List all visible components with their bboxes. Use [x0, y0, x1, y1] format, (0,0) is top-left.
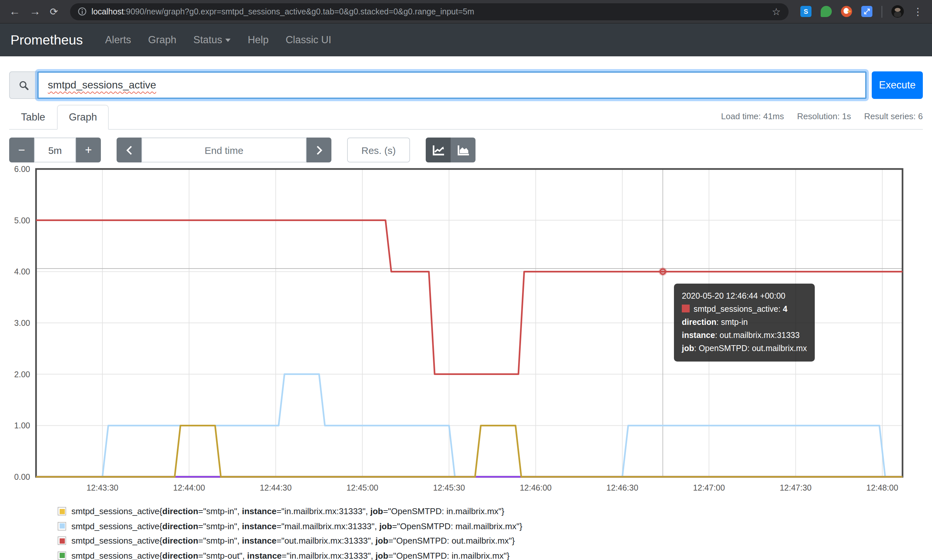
extension-duckduckgo-icon[interactable] [841, 6, 852, 17]
tooltip-timestamp: 2020-05-20 12:46:44 +00:00 [682, 289, 807, 303]
end-time-input[interactable]: End time [141, 137, 306, 162]
graph-panel: 0.001.002.003.004.005.006.0012:43:3012:4… [0, 165, 932, 496]
svg-text:12:45:00: 12:45:00 [346, 483, 378, 492]
caret-down-icon [225, 38, 231, 42]
back-icon[interactable]: ← [9, 6, 20, 17]
legend-series-label: smtpd_sessions_active{direction="smtp-in… [71, 521, 522, 531]
legend-series-label: smtpd_sessions_active{direction="smtp-ou… [71, 551, 509, 560]
profile-avatar[interactable] [891, 5, 904, 18]
time-forward-button[interactable] [306, 137, 331, 162]
search-icon [9, 71, 38, 99]
bookmark-star-icon[interactable]: ☆ [772, 6, 781, 17]
resolution-input[interactable]: Res. (s) [347, 137, 410, 162]
svg-text:12:44:00: 12:44:00 [173, 483, 205, 492]
svg-text:5.00: 5.00 [14, 216, 30, 225]
nav-item-classic-ui[interactable]: Classic UI [286, 34, 331, 46]
svg-text:1.00: 1.00 [14, 421, 30, 430]
line-chart-icon [432, 145, 444, 155]
legend-color-swatch [58, 507, 66, 515]
extension-s-icon[interactable]: S [800, 6, 812, 17]
browser-menu-icon[interactable]: ⋮ [913, 6, 923, 17]
svg-text:12:48:00: 12:48:00 [866, 483, 898, 492]
svg-text:3.00: 3.00 [14, 318, 30, 328]
svg-text:12:44:30: 12:44:30 [260, 483, 291, 492]
stacked-chart-toggle-button[interactable] [451, 137, 475, 162]
brand-prometheus[interactable]: Prometheus [11, 32, 83, 48]
address-bar[interactable]: localhost:9090/new/graph?g0.expr=smtpd_s… [70, 3, 789, 20]
legend-color-swatch [58, 551, 66, 560]
resolution: Resolution: 1s [797, 111, 851, 121]
legend-color-swatch [58, 537, 66, 545]
extension-green-icon[interactable] [821, 6, 832, 17]
load-time: Load time: 41ms [721, 111, 784, 121]
result-series: Result series: 6 [864, 111, 923, 121]
tab-bar: Table Graph Load time: 41ms Resolution: … [9, 105, 923, 130]
prometheus-navbar: Prometheus Alerts Graph Status Help Clas… [0, 23, 932, 56]
svg-text:12:47:30: 12:47:30 [780, 483, 812, 492]
execute-button[interactable]: Execute [872, 71, 923, 99]
hover-tooltip: 2020-05-20 12:46:44 +00:00 smtpd_session… [674, 284, 815, 362]
legend-row[interactable]: smtpd_sessions_active{direction="smtp-in… [58, 521, 932, 531]
forward-icon[interactable]: → [29, 6, 41, 17]
graph-controls: − 5m + End time Res. (s) [9, 137, 923, 162]
svg-text:12:47:00: 12:47:00 [693, 483, 725, 492]
legend-color-swatch [58, 522, 66, 530]
extension-resize-icon[interactable]: ⤢ [861, 6, 872, 17]
range-increase-button[interactable]: + [76, 137, 101, 162]
svg-text:12:46:00: 12:46:00 [520, 483, 552, 492]
query-stats: Load time: 41ms Resolution: 1s Result se… [721, 111, 923, 129]
legend-row[interactable]: smtpd_sessions_active{direction="smtp-in… [58, 506, 932, 516]
chart-legend: smtpd_sessions_active{direction="smtp-in… [0, 506, 932, 560]
chevron-left-icon [125, 145, 132, 155]
svg-text:12:43:30: 12:43:30 [86, 483, 118, 492]
page-info-icon[interactable] [78, 7, 86, 16]
svg-text:6.00: 6.00 [14, 165, 30, 174]
tooltip-series-value: smtpd_sessions_active: 4 [682, 303, 807, 316]
legend-series-label: smtpd_sessions_active{direction="smtp-in… [71, 536, 515, 546]
tab-graph[interactable]: Graph [57, 105, 109, 130]
svg-text:0.00: 0.00 [14, 472, 30, 482]
range-input[interactable]: 5m [34, 137, 76, 162]
svg-text:12:46:30: 12:46:30 [606, 483, 638, 492]
chevron-right-icon [315, 145, 323, 155]
tooltip-labels: direction: smtp-ininstance: out.mailbrix… [682, 316, 807, 355]
toolbar-divider [881, 6, 882, 17]
nav-item-status[interactable]: Status [194, 34, 231, 46]
svg-text:2.00: 2.00 [14, 370, 30, 379]
area-chart-icon [457, 145, 469, 155]
tab-table[interactable]: Table [9, 105, 57, 130]
browser-toolbar: ← → ⟳ localhost:9090/new/graph?g0.expr=s… [0, 0, 932, 23]
time-back-button[interactable] [117, 137, 141, 162]
refresh-icon[interactable]: ⟳ [50, 6, 58, 16]
legend-row[interactable]: smtpd_sessions_active{direction="smtp-in… [58, 536, 932, 546]
nav-item-alerts[interactable]: Alerts [105, 34, 131, 46]
svg-text:12:45:30: 12:45:30 [433, 483, 465, 492]
expression-input[interactable]: smtpd_sessions_active [37, 71, 866, 99]
query-bar: smtpd_sessions_active Execute [9, 71, 923, 99]
tooltip-series-swatch [682, 305, 690, 312]
url-text: localhost:9090/new/graph?g0.expr=smtpd_s… [91, 7, 767, 16]
svg-text:4.00: 4.00 [14, 267, 30, 276]
legend-row[interactable]: smtpd_sessions_active{direction="smtp-ou… [58, 551, 932, 560]
line-chart-toggle-button[interactable] [426, 137, 451, 162]
nav-item-help[interactable]: Help [248, 34, 269, 46]
range-decrease-button[interactable]: − [9, 137, 34, 162]
legend-series-label: smtpd_sessions_active{direction="smtp-in… [71, 506, 504, 516]
nav-item-graph[interactable]: Graph [148, 34, 176, 46]
